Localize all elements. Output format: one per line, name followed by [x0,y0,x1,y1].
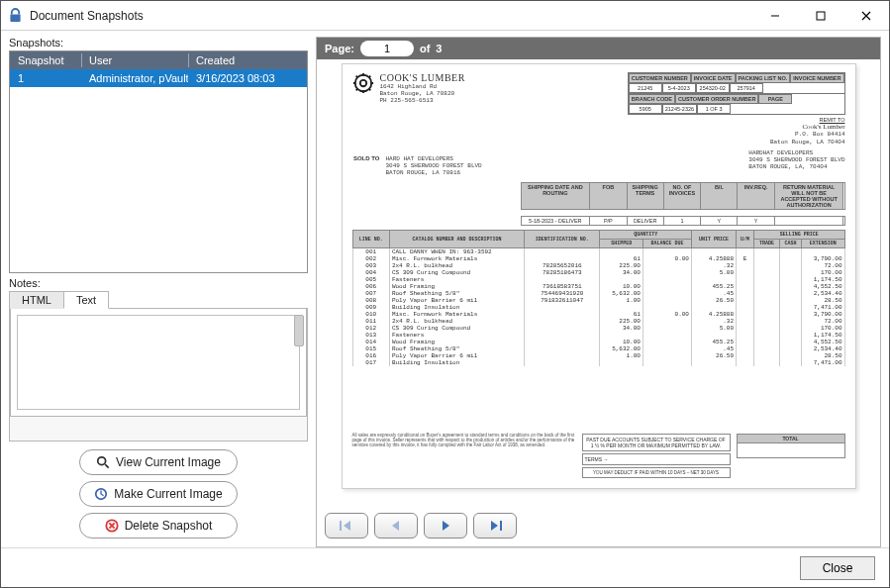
view-current-image-button[interactable]: View Current Image [79,449,238,475]
make-current-image-button[interactable]: Make Current Image [79,481,238,507]
document-preview: COOK'S LUMBER 1642 Highland RdBaton Roug… [342,63,856,489]
last-page-button[interactable] [473,513,517,539]
terms-label: TERMS → [585,456,609,462]
cell-snapshot: 1 [10,72,81,84]
first-page-button[interactable] [325,513,368,539]
dialog-window: Document Snapshots Snapshots: Snapshot U… [0,0,890,588]
notes-textarea[interactable] [17,315,300,410]
invoice-line: 001CALL DANNY WHEN IN: 963-3592 [352,248,844,256]
invoice-line: 0032x4 R.L. bulkhead78285652016225.00.32… [352,262,844,269]
dialog-footer: Close [1,547,889,587]
invoice-line: 009Building Insulation7,471.00 [352,304,844,311]
notes-label: Notes: [9,277,308,289]
invoice-line: 005Fasteners1,174.50 [352,276,844,283]
pager-bar: Page: of 3 [317,38,880,59]
cell-created: 3/16/2023 08:03 [188,72,307,84]
invoice-line: 002Misc. Formwork Materials610.004.25888… [352,255,844,262]
page-label: Page: [325,43,354,54]
left-panel: Snapshots: Snapshot User Created 1Admini… [9,37,308,547]
page-total: 3 [436,43,442,54]
remit-line2: Baton Rouge, LA 70404 [628,139,845,146]
title-bar: Document Snapshots [1,1,889,31]
delete-x-icon [105,519,119,533]
invoice-line: 013Fasteners1,174.50 [352,332,844,339]
tab-html[interactable]: HTML [9,291,64,309]
tab-text[interactable]: Text [63,291,109,309]
make-current-image-label: Make Current Image [114,487,222,501]
delete-snapshot-label: Delete Snapshot [125,519,213,533]
invoice-line: 012CS 309 Curing Compound34.005.00170.00 [352,325,844,332]
past-due-note: PAST DUE ACCOUNTS SUBJECT TO SERVICE CHA… [582,434,731,451]
total-label: TOTAL [738,435,844,443]
close-button[interactable] [843,1,889,30]
col-user[interactable]: User [81,51,188,69]
grid-header: Snapshot User Created [10,51,307,69]
snapshots-label: Snapshots: [9,37,308,49]
invoice-line: 016Poly Vapor Barrier 6 mil1.0026.5028.5… [352,352,844,359]
refresh-icon [94,487,108,501]
brand-name: COOK'S LUMBER [380,72,465,83]
sold-to-label: SOLD TO [352,155,380,177]
invoice-line: 008Poly Vapor Barrier 6 mil7918326110471… [352,297,844,304]
svg-rect-1 [817,12,825,20]
scrollbar-thumb[interactable] [294,315,304,346]
svg-point-2 [98,457,106,465]
page-of-label: of [420,43,430,54]
invoice-line: 017Building Insulation7,471.00 [352,359,844,366]
svg-rect-0 [10,15,20,22]
col-snapshot[interactable]: Snapshot [10,51,81,69]
remit-line1: P.O. Box 84414 [628,131,845,138]
next-page-button[interactable] [424,513,467,539]
minimize-button[interactable] [752,1,798,30]
deduct-note: YOU MAY DEDUCT IF PAID WITHIN 10 DAYS – … [582,467,731,478]
window-title: Document Snapshots [30,9,752,23]
svg-point-6 [359,80,365,86]
brand-gear-icon [352,72,374,94]
table-row[interactable]: 1Administrator, pVault3/16/2023 08:03 [10,69,307,87]
invoice-line: 010Misc. Formwork Materials610.004.25888… [352,311,844,318]
prev-page-button[interactable] [374,513,418,539]
invoice-line: 014Wood Framing10.00455.254,552.50 [352,339,844,345]
page-number-input[interactable] [360,41,414,56]
preview-panel: Page: of 3 [316,37,881,547]
invoice-line: 004CS 309 Curing Compound7828518647334.0… [352,269,844,276]
maximize-button[interactable] [798,1,843,30]
invoice-line: 0112x4 R.L. bulkhead225.00.3272.00 [352,318,844,325]
cell-user: Administrator, pVault [81,72,188,84]
invoice-line: 015Roof Sheathing 5/8"5,632.00.452,534.4… [352,345,844,352]
invoice-line: 006Wood Framing7361858375110.00455.254,5… [352,283,844,290]
col-created[interactable]: Created [188,51,307,69]
notes-tabs: HTML Text [9,291,308,309]
close-dialog-button[interactable]: Close [800,556,875,580]
delete-snapshot-button[interactable]: Delete Snapshot [79,513,238,539]
magnifier-icon [96,455,110,469]
page-nav [317,505,880,546]
notes-panel [9,308,308,441]
lock-icon [9,8,22,23]
fine-print: All sales are expressly conditional on B… [352,434,576,448]
snapshots-grid[interactable]: Snapshot User Created 1Administrator, pV… [9,50,308,273]
invoice-line: 007Roof Sheathing 5/8"7544694319205,632.… [352,290,844,297]
view-current-image-label: View Current Image [116,455,221,469]
remit-name: Cook's Lumber [628,123,845,131]
